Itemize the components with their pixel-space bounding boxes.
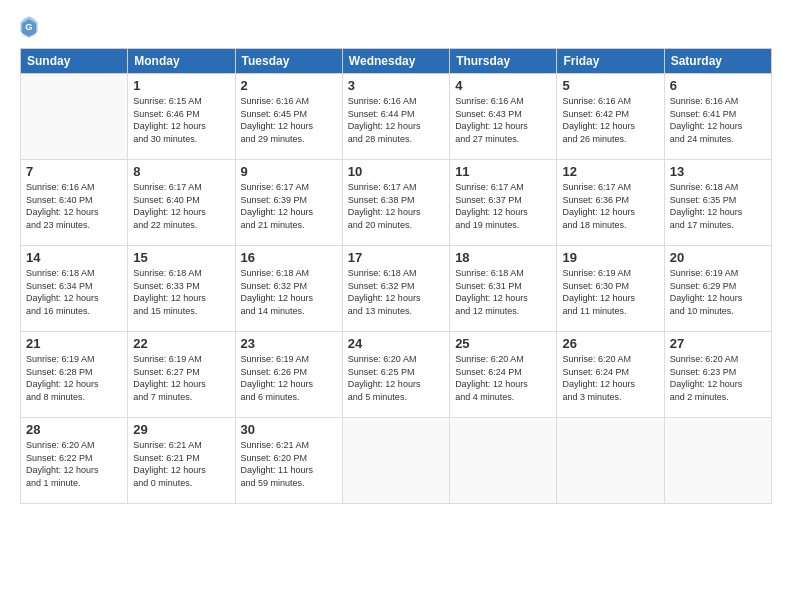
day-cell-2: 2Sunrise: 6:16 AM Sunset: 6:45 PM Daylig… xyxy=(235,74,342,160)
day-number: 23 xyxy=(241,336,337,351)
day-info: Sunrise: 6:16 AM Sunset: 6:44 PM Dayligh… xyxy=(348,95,444,145)
day-number: 27 xyxy=(670,336,766,351)
weekday-header-friday: Friday xyxy=(557,49,664,74)
day-number: 4 xyxy=(455,78,551,93)
day-number: 18 xyxy=(455,250,551,265)
day-cell-15: 15Sunrise: 6:18 AM Sunset: 6:33 PM Dayli… xyxy=(128,246,235,332)
day-number: 30 xyxy=(241,422,337,437)
week-row-5: 28Sunrise: 6:20 AM Sunset: 6:22 PM Dayli… xyxy=(21,418,772,504)
day-info: Sunrise: 6:20 AM Sunset: 6:24 PM Dayligh… xyxy=(562,353,658,403)
day-number: 28 xyxy=(26,422,122,437)
weekday-header-saturday: Saturday xyxy=(664,49,771,74)
day-info: Sunrise: 6:20 AM Sunset: 6:23 PM Dayligh… xyxy=(670,353,766,403)
day-info: Sunrise: 6:17 AM Sunset: 6:36 PM Dayligh… xyxy=(562,181,658,231)
day-info: Sunrise: 6:18 AM Sunset: 6:35 PM Dayligh… xyxy=(670,181,766,231)
header: G xyxy=(20,16,772,38)
day-cell-10: 10Sunrise: 6:17 AM Sunset: 6:38 PM Dayli… xyxy=(342,160,449,246)
weekday-header-sunday: Sunday xyxy=(21,49,128,74)
day-number: 12 xyxy=(562,164,658,179)
day-info: Sunrise: 6:19 AM Sunset: 6:26 PM Dayligh… xyxy=(241,353,337,403)
week-row-1: 1Sunrise: 6:15 AM Sunset: 6:46 PM Daylig… xyxy=(21,74,772,160)
day-info: Sunrise: 6:20 AM Sunset: 6:24 PM Dayligh… xyxy=(455,353,551,403)
day-number: 20 xyxy=(670,250,766,265)
day-cell-28: 28Sunrise: 6:20 AM Sunset: 6:22 PM Dayli… xyxy=(21,418,128,504)
day-info: Sunrise: 6:21 AM Sunset: 6:20 PM Dayligh… xyxy=(241,439,337,489)
logo-icon: G xyxy=(20,16,38,38)
day-info: Sunrise: 6:16 AM Sunset: 6:41 PM Dayligh… xyxy=(670,95,766,145)
day-number: 10 xyxy=(348,164,444,179)
day-cell-27: 27Sunrise: 6:20 AM Sunset: 6:23 PM Dayli… xyxy=(664,332,771,418)
day-info: Sunrise: 6:18 AM Sunset: 6:32 PM Dayligh… xyxy=(348,267,444,317)
day-cell-1: 1Sunrise: 6:15 AM Sunset: 6:46 PM Daylig… xyxy=(128,74,235,160)
weekday-header-wednesday: Wednesday xyxy=(342,49,449,74)
day-info: Sunrise: 6:17 AM Sunset: 6:38 PM Dayligh… xyxy=(348,181,444,231)
day-cell-20: 20Sunrise: 6:19 AM Sunset: 6:29 PM Dayli… xyxy=(664,246,771,332)
day-number: 24 xyxy=(348,336,444,351)
week-row-3: 14Sunrise: 6:18 AM Sunset: 6:34 PM Dayli… xyxy=(21,246,772,332)
day-info: Sunrise: 6:15 AM Sunset: 6:46 PM Dayligh… xyxy=(133,95,229,145)
day-cell-7: 7Sunrise: 6:16 AM Sunset: 6:40 PM Daylig… xyxy=(21,160,128,246)
day-cell-22: 22Sunrise: 6:19 AM Sunset: 6:27 PM Dayli… xyxy=(128,332,235,418)
day-info: Sunrise: 6:16 AM Sunset: 6:43 PM Dayligh… xyxy=(455,95,551,145)
day-number: 13 xyxy=(670,164,766,179)
logo: G xyxy=(20,16,40,38)
day-number: 5 xyxy=(562,78,658,93)
day-cell-30: 30Sunrise: 6:21 AM Sunset: 6:20 PM Dayli… xyxy=(235,418,342,504)
day-info: Sunrise: 6:18 AM Sunset: 6:34 PM Dayligh… xyxy=(26,267,122,317)
day-number: 7 xyxy=(26,164,122,179)
day-cell-13: 13Sunrise: 6:18 AM Sunset: 6:35 PM Dayli… xyxy=(664,160,771,246)
day-info: Sunrise: 6:21 AM Sunset: 6:21 PM Dayligh… xyxy=(133,439,229,489)
day-cell-23: 23Sunrise: 6:19 AM Sunset: 6:26 PM Dayli… xyxy=(235,332,342,418)
day-info: Sunrise: 6:17 AM Sunset: 6:37 PM Dayligh… xyxy=(455,181,551,231)
day-number: 17 xyxy=(348,250,444,265)
day-number: 29 xyxy=(133,422,229,437)
day-info: Sunrise: 6:17 AM Sunset: 6:40 PM Dayligh… xyxy=(133,181,229,231)
day-number: 22 xyxy=(133,336,229,351)
day-number: 26 xyxy=(562,336,658,351)
day-cell-25: 25Sunrise: 6:20 AM Sunset: 6:24 PM Dayli… xyxy=(450,332,557,418)
svg-text:G: G xyxy=(25,21,32,32)
day-info: Sunrise: 6:17 AM Sunset: 6:39 PM Dayligh… xyxy=(241,181,337,231)
empty-cell xyxy=(557,418,664,504)
weekday-header-tuesday: Tuesday xyxy=(235,49,342,74)
day-info: Sunrise: 6:19 AM Sunset: 6:27 PM Dayligh… xyxy=(133,353,229,403)
day-info: Sunrise: 6:18 AM Sunset: 6:33 PM Dayligh… xyxy=(133,267,229,317)
day-cell-6: 6Sunrise: 6:16 AM Sunset: 6:41 PM Daylig… xyxy=(664,74,771,160)
day-info: Sunrise: 6:18 AM Sunset: 6:32 PM Dayligh… xyxy=(241,267,337,317)
day-cell-14: 14Sunrise: 6:18 AM Sunset: 6:34 PM Dayli… xyxy=(21,246,128,332)
calendar-table: SundayMondayTuesdayWednesdayThursdayFrid… xyxy=(20,48,772,504)
day-cell-17: 17Sunrise: 6:18 AM Sunset: 6:32 PM Dayli… xyxy=(342,246,449,332)
empty-cell xyxy=(450,418,557,504)
day-cell-5: 5Sunrise: 6:16 AM Sunset: 6:42 PM Daylig… xyxy=(557,74,664,160)
day-info: Sunrise: 6:16 AM Sunset: 6:45 PM Dayligh… xyxy=(241,95,337,145)
day-number: 21 xyxy=(26,336,122,351)
day-number: 16 xyxy=(241,250,337,265)
day-cell-24: 24Sunrise: 6:20 AM Sunset: 6:25 PM Dayli… xyxy=(342,332,449,418)
day-number: 3 xyxy=(348,78,444,93)
day-cell-9: 9Sunrise: 6:17 AM Sunset: 6:39 PM Daylig… xyxy=(235,160,342,246)
day-number: 6 xyxy=(670,78,766,93)
day-cell-26: 26Sunrise: 6:20 AM Sunset: 6:24 PM Dayli… xyxy=(557,332,664,418)
weekday-header-row: SundayMondayTuesdayWednesdayThursdayFrid… xyxy=(21,49,772,74)
day-cell-21: 21Sunrise: 6:19 AM Sunset: 6:28 PM Dayli… xyxy=(21,332,128,418)
day-number: 1 xyxy=(133,78,229,93)
day-info: Sunrise: 6:20 AM Sunset: 6:22 PM Dayligh… xyxy=(26,439,122,489)
day-cell-16: 16Sunrise: 6:18 AM Sunset: 6:32 PM Dayli… xyxy=(235,246,342,332)
day-number: 2 xyxy=(241,78,337,93)
day-info: Sunrise: 6:16 AM Sunset: 6:42 PM Dayligh… xyxy=(562,95,658,145)
day-number: 14 xyxy=(26,250,122,265)
day-number: 19 xyxy=(562,250,658,265)
empty-cell xyxy=(342,418,449,504)
day-cell-8: 8Sunrise: 6:17 AM Sunset: 6:40 PM Daylig… xyxy=(128,160,235,246)
day-number: 8 xyxy=(133,164,229,179)
day-info: Sunrise: 6:20 AM Sunset: 6:25 PM Dayligh… xyxy=(348,353,444,403)
day-cell-19: 19Sunrise: 6:19 AM Sunset: 6:30 PM Dayli… xyxy=(557,246,664,332)
weekday-header-thursday: Thursday xyxy=(450,49,557,74)
weekday-header-monday: Monday xyxy=(128,49,235,74)
day-cell-18: 18Sunrise: 6:18 AM Sunset: 6:31 PM Dayli… xyxy=(450,246,557,332)
day-info: Sunrise: 6:19 AM Sunset: 6:29 PM Dayligh… xyxy=(670,267,766,317)
day-number: 11 xyxy=(455,164,551,179)
empty-cell xyxy=(664,418,771,504)
day-number: 15 xyxy=(133,250,229,265)
day-cell-29: 29Sunrise: 6:21 AM Sunset: 6:21 PM Dayli… xyxy=(128,418,235,504)
